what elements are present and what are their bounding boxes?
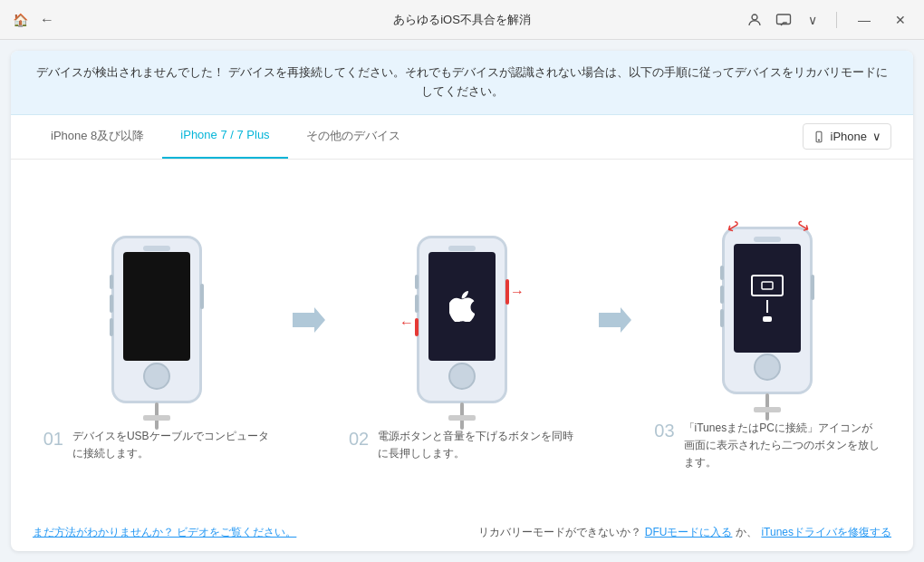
alert-message: デバイスが検出されませんでした！ デバイスを再接続してください。それでもデバイス… bbox=[36, 65, 888, 98]
step1-num: 01 bbox=[43, 428, 63, 450]
dfu-link[interactable]: DFUモードに入る bbox=[645, 525, 733, 540]
svg-marker-5 bbox=[599, 307, 631, 333]
step1-screen bbox=[123, 252, 190, 361]
step3-text: 「iTunesまたはPCに接続」アイコンが画面に表示されたら二つのボタンを放しま… bbox=[684, 420, 881, 472]
steps-area: 01 デバイスをUSBケーブルでコンピュータに接続します。 bbox=[11, 160, 913, 514]
vol-up-btn2 bbox=[415, 295, 419, 313]
minimize-button[interactable]: — bbox=[852, 7, 877, 33]
svg-point-0 bbox=[752, 15, 757, 20]
cable-icon bbox=[766, 300, 768, 313]
phone-icon bbox=[813, 131, 825, 143]
titlebar-left: 🏠 ← bbox=[11, 11, 56, 29]
phone-home-btn3 bbox=[754, 354, 781, 381]
tab-other[interactable]: その他のデバイス bbox=[288, 115, 419, 159]
step3-screen bbox=[734, 244, 801, 353]
chat-icon[interactable] bbox=[775, 11, 793, 29]
video-link[interactable]: まだ方法がわかりませんか？ ビデオをご覧ください。 bbox=[33, 525, 296, 540]
step1-phone-body bbox=[111, 236, 202, 403]
footer-right: リカバリーモードができないか？ DFUモードに入る か、 iTunesドライバを… bbox=[478, 525, 891, 540]
step3-num: 03 bbox=[654, 420, 674, 441]
device-chevron: ∨ bbox=[872, 130, 881, 143]
plug-icon bbox=[763, 316, 772, 322]
arrow-1 bbox=[293, 307, 325, 339]
phone-speaker2 bbox=[448, 246, 476, 251]
silent-btn3 bbox=[720, 266, 724, 280]
press-arrow-left: ← bbox=[399, 315, 414, 331]
step1-text: デバイスをUSBケーブルでコンピュータに接続します。 bbox=[72, 428, 270, 462]
step1-phone bbox=[84, 219, 229, 419]
main-panel: デバイスが検出されませんでした！ デバイスを再接続してください。それでもデバイス… bbox=[11, 51, 913, 551]
phone-home-btn2 bbox=[448, 363, 476, 390]
phone-home-btn bbox=[143, 363, 170, 390]
svg-marker-4 bbox=[293, 307, 325, 333]
vol-up-btn3 bbox=[720, 286, 724, 304]
alert-banner: デバイスが検出されませんでした！ デバイスを再接続してください。それでもデバイス… bbox=[11, 51, 913, 115]
device-label: iPhone bbox=[831, 130, 867, 143]
step-2: → ← 02 電源ボタンと音量を下げるボタンを同時に長押しします。 bbox=[343, 219, 580, 462]
phone-speaker bbox=[143, 246, 170, 251]
tab-section: iPhone 8及び以降 iPhone 7 / 7 Plus その他のデバイス … bbox=[11, 115, 913, 160]
vol-down-button bbox=[110, 318, 113, 336]
titlebar: 🏠 ← あらゆるiOS不具合を解消 ∨ — ✕ bbox=[0, 0, 924, 40]
vol-down-btn3 bbox=[720, 309, 724, 327]
apple-logo bbox=[449, 291, 475, 322]
step2-phone: → ← bbox=[390, 219, 534, 419]
close-button[interactable]: ✕ bbox=[888, 7, 913, 33]
silent-button bbox=[110, 275, 113, 289]
chevron-down-icon[interactable]: ∨ bbox=[804, 11, 822, 29]
silent-btn2 bbox=[415, 275, 419, 289]
home-icon[interactable]: 🏠 bbox=[11, 11, 29, 29]
step3-desc: 03 「iTunesまたはPCに接続」アイコンが画面に表示されたら二つのボタンを… bbox=[650, 420, 885, 472]
step-3: ↪ ↩ 03 「iTunesまたはPCに接続」アイコンが画面に表示されたら二つの… bbox=[650, 211, 886, 472]
screen-icon bbox=[761, 281, 774, 290]
itunes-connect-icon bbox=[751, 275, 784, 322]
tab-iphone7[interactable]: iPhone 7 / 7 Plus bbox=[162, 115, 287, 159]
svg-point-3 bbox=[818, 140, 819, 140]
back-icon[interactable]: ← bbox=[38, 11, 56, 29]
step3-phone: ↪ ↩ bbox=[695, 211, 840, 411]
release-arrow-right: ↪ bbox=[793, 215, 814, 239]
step2-num: 02 bbox=[349, 428, 369, 450]
press-arrow-right: → bbox=[510, 284, 525, 300]
separator: か、 bbox=[736, 525, 757, 540]
monitor-icon bbox=[751, 275, 784, 296]
power-btn-highlight bbox=[505, 279, 509, 305]
step2-text: 電源ボタンと音量を下げるボタンを同時に長押しします。 bbox=[378, 428, 575, 462]
power-button bbox=[200, 284, 204, 309]
step2-phone-body: → ← bbox=[417, 236, 507, 403]
user-icon[interactable] bbox=[746, 11, 764, 29]
phone-speaker3 bbox=[754, 237, 781, 242]
step2-screen bbox=[428, 252, 496, 361]
window-title: あらゆるiOS不具合を解消 bbox=[393, 12, 531, 28]
cable-connector3 bbox=[754, 407, 781, 412]
cable-connector bbox=[143, 415, 170, 421]
device-selector[interactable]: iPhone ∨ bbox=[803, 123, 891, 150]
release-arrow-left: ↩ bbox=[723, 215, 745, 239]
step3-phone-body: ↪ ↩ bbox=[722, 227, 813, 394]
arrow-2 bbox=[599, 307, 631, 339]
step1-desc: 01 デバイスをUSBケーブルでコンピュータに接続します。 bbox=[39, 428, 274, 462]
tabs: iPhone 8及び以降 iPhone 7 / 7 Plus その他のデバイス bbox=[33, 115, 419, 159]
tab-iphone8[interactable]: iPhone 8及び以降 bbox=[33, 115, 162, 159]
itunes-link[interactable]: iTunesドライバを修復する bbox=[761, 525, 891, 540]
vol-down-highlight bbox=[415, 318, 419, 336]
footer: まだ方法がわかりませんか？ ビデオをご覧ください。 リカバリーモードができないか… bbox=[11, 514, 913, 551]
step2-desc: 02 電源ボタンと音量を下げるボタンを同時に長押しします。 bbox=[344, 428, 580, 462]
cable-connector2 bbox=[448, 415, 476, 421]
titlebar-right: ∨ — ✕ bbox=[746, 7, 913, 33]
power-btn3 bbox=[811, 275, 814, 300]
vol-up-button bbox=[110, 295, 113, 313]
svg-rect-6 bbox=[762, 282, 773, 289]
recovery-text: リカバリーモードができないか？ bbox=[478, 525, 641, 540]
step-1: 01 デバイスをUSBケーブルでコンピュータに接続します。 bbox=[38, 219, 274, 462]
